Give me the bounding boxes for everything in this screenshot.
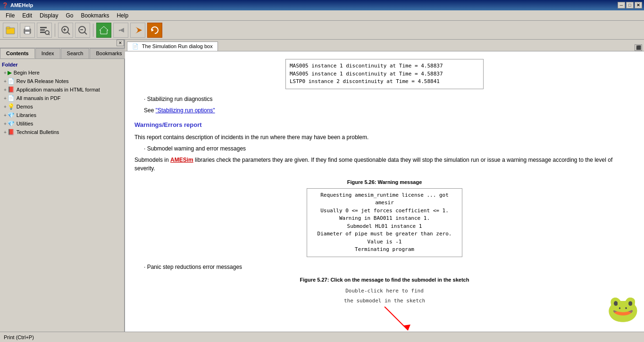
tree-item-release-notes[interactable]: + 📄 Rev 8A Release Notes [2, 77, 122, 85]
menu-go[interactable]: Go [62, 11, 77, 20]
menu-display[interactable]: Display [36, 11, 62, 20]
paragraph-rest: libraries check the parameters they are … [134, 157, 612, 172]
zoom-in-icon [60, 25, 71, 35]
tab-controls: ⬛ [635, 44, 644, 51]
warning-line-1: Requesting amesim_runtime license ... go… [311, 192, 458, 207]
app-icon: ❓ [2, 2, 8, 8]
warning-line-2: Usually 0 <= jet forces coefficient <= 1… [311, 207, 458, 215]
tab-index[interactable]: Index [35, 48, 60, 58]
warning-box: Requesting amesim_runtime license ... go… [307, 188, 462, 257]
content-area: MAS005 instance 1 discontinuity at Time … [125, 51, 644, 332]
diagnostic-section: MAS005 instance 1 discontinuity at Time … [134, 59, 635, 89]
amesim-link-text: AMESim [170, 157, 193, 163]
locate-button[interactable] [37, 23, 52, 38]
content-tab-label: The Simulation Run dialog box [142, 43, 213, 49]
print-button[interactable] [20, 23, 35, 38]
figure527-caption: Figure 5.27: Click on the message to fin… [134, 276, 635, 284]
svg-rect-5 [40, 27, 47, 28]
tab-bookmarks[interactable]: Bookmarks [90, 48, 128, 58]
menubar: File Edit Display Go Bookmarks Help [0, 10, 644, 21]
toolbar [0, 21, 644, 40]
utilities-icon: 💎 [8, 120, 15, 127]
menu-file[interactable]: File [2, 11, 18, 20]
menu-bookmarks[interactable]: Bookmarks [77, 11, 113, 20]
tree-item-tech-bulletins[interactable]: + 📕 Technical Bulletins [2, 128, 122, 136]
refresh-button[interactable] [147, 23, 162, 38]
tab-search[interactable]: Search [61, 48, 90, 58]
expand-icon7: + [4, 121, 7, 126]
svg-marker-20 [151, 28, 154, 32]
expand-icon2: + [4, 79, 7, 84]
tab-contents[interactable]: Contents [0, 48, 35, 58]
panel-close-button[interactable]: ✕ [117, 40, 124, 46]
diagnostic-box: MAS005 instance 1 discontinuity at Time … [285, 59, 484, 89]
tree-item-libraries[interactable]: + 💎 Libraries [2, 111, 122, 119]
tab-bar: Contents Index Search Bookmarks [0, 48, 124, 59]
annotation-area: Double-click here to find the submodel i… [134, 287, 635, 332]
expand-icon6: + [4, 113, 7, 118]
titlebar-left: ❓ AMEHelp [2, 2, 33, 8]
expand-icon3: + [4, 87, 7, 92]
tree-item-all-manuals[interactable]: + 📄 All manuals in PDF [2, 94, 122, 102]
tree-area: Folder + ▶ Begin Here + 📄 Rev 8A Release… [0, 59, 124, 332]
maximize-button[interactable]: □ [626, 2, 634, 8]
left-panel: ✕ Contents Index Search Bookmarks Folder… [0, 40, 125, 332]
svg-line-16 [84, 32, 87, 34]
print-icon [22, 25, 33, 35]
tree-item-label7: Utilities [17, 121, 33, 126]
tree-item-utilities[interactable]: + 💎 Utilities [2, 119, 122, 128]
svg-rect-6 [40, 29, 45, 31]
demos-icon: 💡 [8, 103, 15, 110]
stabilizing-link-text: "Stabilizing run options" [156, 107, 215, 114]
annotation-line1: Double-click here to find [134, 287, 635, 295]
close-button[interactable]: ✕ [635, 2, 642, 8]
tree-item-label6: Libraries [17, 112, 36, 118]
tree-item-app-manuals[interactable]: + 📕 Application manuals in HTML format [2, 85, 122, 94]
tree-item-begin-here[interactable]: + ▶ Begin Here [2, 68, 122, 77]
expand-icon: + [4, 70, 7, 75]
back-button[interactable] [113, 23, 128, 38]
warning-line-3: Warning in BAO011 instance 1. [311, 215, 458, 223]
figure526-section: Figure 5.26: Warning message Requesting … [134, 178, 635, 257]
expand-icon8: + [4, 130, 7, 135]
tree-item-label3: Application manuals in HTML format [17, 87, 100, 92]
titlebar: ❓ AMEHelp ─ □ ✕ [0, 0, 644, 10]
svg-line-9 [49, 34, 50, 35]
menu-help[interactable]: Help [113, 11, 132, 20]
forward-icon [133, 25, 143, 35]
section1-bullet-text: · Stabilizing run diagnostics [144, 96, 212, 102]
main-container: ✕ Contents Index Search Bookmarks Folder… [0, 40, 644, 332]
svg-marker-18 [119, 28, 124, 33]
diagnostic-line-1: MAS005 instance 1 discontinuity at Time … [290, 62, 479, 70]
home-button[interactable] [96, 23, 111, 38]
warnings-title: Warnings/Errors report [134, 120, 635, 130]
titlebar-controls[interactable]: ─ □ ✕ [618, 2, 642, 8]
refresh-icon [150, 25, 160, 35]
folder-label: Folder [2, 61, 122, 68]
tree-item-label5: Demos [17, 104, 33, 109]
panic-bullet-text: · Panic step reductions error messages [144, 264, 242, 270]
panic-bullet: · Panic step reductions error messages [144, 263, 635, 271]
see-text: See [144, 107, 154, 114]
tab-expand-button[interactable]: ⬛ [635, 44, 642, 51]
content-tab-main[interactable]: 📄 The Simulation Run dialog box [127, 42, 218, 51]
svg-point-8 [45, 31, 49, 34]
menu-edit[interactable]: Edit [18, 11, 36, 20]
tree-item-demos[interactable]: + 💡 Demos [2, 102, 122, 111]
open-icon [5, 25, 16, 35]
diagnostic-line-2: MAS005 instance 1 discontinuity at Time … [290, 70, 479, 78]
amesim-link[interactable]: AMESim [170, 157, 193, 163]
stabilizing-link[interactable]: "Stabilizing run options" [156, 107, 215, 114]
minimize-button[interactable]: ─ [618, 2, 625, 8]
expand-icon4: + [4, 96, 7, 101]
annotation-line2: the submodel in the sketch [134, 297, 635, 305]
forward-button[interactable] [130, 23, 145, 38]
tree-item-label: Begin Here [14, 70, 40, 75]
warning-line-4: Submodel HL01 instance 1 [311, 223, 458, 231]
zoom-out-button[interactable] [75, 23, 90, 38]
right-panel: 📄 The Simulation Run dialog box ⬛ MAS005… [125, 40, 644, 332]
see-link-paragraph: See "Stabilizing run options" [144, 106, 635, 115]
submodel-bullet-text: · Submodel warning and error messages [144, 145, 246, 152]
open-button[interactable] [3, 23, 18, 38]
zoom-in-button[interactable] [58, 23, 73, 38]
